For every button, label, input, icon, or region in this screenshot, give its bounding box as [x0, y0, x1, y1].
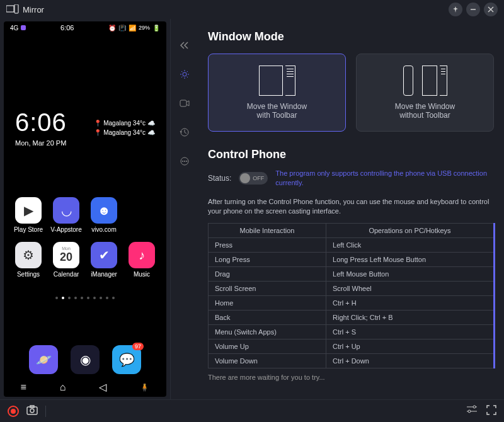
dock-camera[interactable]: ◉ — [71, 345, 100, 374]
control-phone-toggle[interactable]: OFF — [239, 172, 268, 185]
table-row: HomeCtrl + H — [209, 295, 494, 310]
page-indicator — [4, 297, 166, 299]
dock-browser[interactable]: 🪐 — [29, 345, 58, 374]
table-row: DragLeft Mouse Button — [209, 266, 494, 281]
weather-icon: ☁️ — [147, 120, 155, 127]
location-pin-icon: 📍 — [94, 129, 101, 136]
dock-icon: ◉ — [71, 345, 100, 374]
table-row: Menu (Switch Apps)Ctrl + S — [209, 324, 494, 339]
app-vivo-com[interactable]: ☻vivo.com — [87, 197, 121, 233]
record-button[interactable] — [8, 406, 19, 417]
pin-button[interactable] — [449, 3, 462, 16]
side-toolbar — [170, 19, 198, 399]
status-hint: The program only supports controlling th… — [275, 169, 494, 188]
window-toolbar-icon — [259, 66, 295, 96]
phone-navbar: ≡ ⌂ ◁ 🧍 — [4, 381, 166, 393]
col-mobile: Mobile Interaction — [209, 223, 326, 237]
app-icon: ✔ — [91, 242, 117, 268]
minimize-button[interactable] — [466, 3, 480, 16]
app-label: vivo.com — [91, 226, 116, 233]
table-row: Volume DownCtrl + Down — [209, 353, 494, 368]
app-label: Settings — [17, 271, 40, 278]
app-grid: ▶Play Store◡V-Appstore☻vivo.com⚙Settings… — [4, 147, 166, 278]
badge: 97 — [132, 343, 144, 350]
nav-home-icon[interactable]: ⌂ — [60, 382, 66, 393]
app-indicator-icon — [21, 25, 26, 30]
clock-widget: 6:06 Mon, Mar 20 PM 📍Magalang 34°c☁️ 📍Ma… — [4, 33, 166, 147]
nav-menu-icon[interactable]: ≡ — [20, 382, 26, 393]
mode-with-toolbar[interactable]: Move the Window with Toolbar — [208, 54, 346, 132]
svg-point-5 — [183, 72, 186, 76]
phone-statusbar: 4G 6:06 ⏰ 📳 📶 29% 🔋 — [4, 21, 166, 33]
app-icon: ⚙ — [15, 242, 42, 268]
col-pc: Operations on PC/Hotkeys — [326, 223, 494, 237]
phone-mirror-panel: 4G 6:06 ⏰ 📳 📶 29% 🔋 6:06 Mon, Mar 20 PM — [0, 19, 170, 399]
svg-point-10 — [184, 161, 185, 162]
table-scrollbar[interactable] — [493, 223, 495, 368]
table-row: Long PressLong Press Left Mouse Button — [209, 252, 494, 266]
clock-time: 6:06 — [15, 108, 67, 137]
app-icon: Mon20 — [53, 242, 79, 268]
history-tool[interactable] — [176, 123, 193, 141]
app-label: Music — [134, 271, 150, 278]
table-row: PressLeft Click — [209, 237, 494, 252]
app-play-store[interactable]: ▶Play Store — [11, 197, 45, 233]
window-mode-heading: Window Mode — [208, 30, 494, 43]
app-imanager[interactable]: ✔iManager — [87, 242, 121, 278]
app-label: V-Appstore — [50, 226, 81, 233]
record-tool[interactable] — [176, 94, 193, 112]
dock: 🪐◉💬97 — [4, 345, 166, 374]
svg-rect-1 — [14, 4, 18, 13]
table-row: Volume UpCtrl + Up — [209, 339, 494, 353]
phone-screen[interactable]: 4G 6:06 ⏰ 📳 📶 29% 🔋 6:06 Mon, Mar 20 PM — [4, 21, 166, 397]
svg-point-16 — [473, 406, 476, 408]
svg-point-13 — [30, 409, 34, 413]
hotkeys-table: Mobile Interaction Operations on PC/Hotk… — [208, 223, 494, 368]
control-description: After turning on the Control Phone funct… — [208, 197, 494, 217]
more-tool[interactable] — [176, 152, 193, 170]
svg-point-18 — [468, 410, 471, 413]
settings-tool[interactable] — [176, 66, 193, 83]
svg-point-9 — [182, 161, 183, 162]
screenshot-button[interactable] — [26, 405, 38, 418]
dock-messages[interactable]: 💬97 — [112, 345, 141, 374]
adjust-button[interactable] — [466, 405, 478, 418]
control-phone-heading: Control Phone — [208, 148, 494, 161]
nav-back-icon[interactable]: ◁ — [99, 381, 106, 393]
status-label: Status: — [208, 174, 231, 183]
app-settings[interactable]: ⚙Settings — [11, 242, 45, 278]
bottom-toolbar — [0, 399, 504, 422]
battery-pct: 29% — [139, 25, 150, 31]
app-music[interactable]: ♪Music — [125, 242, 159, 278]
nav-accessibility-icon[interactable]: 🧍 — [140, 383, 149, 392]
wifi-icon: 📶 — [129, 25, 136, 31]
dock-icon: 🪐 — [29, 345, 58, 374]
titlebar: Mirror — [0, 0, 504, 19]
app-calendar[interactable]: Mon20Calendar — [49, 242, 83, 278]
fullscreen-button[interactable] — [486, 405, 496, 418]
app-icon: ☻ — [91, 197, 117, 224]
svg-rect-0 — [6, 6, 14, 12]
vibrate-icon: 📳 — [118, 25, 126, 31]
app-icon: ◡ — [53, 197, 79, 224]
app-label: iManager — [91, 271, 117, 278]
mode-without-toolbar[interactable]: Move the Window without Toolbar — [356, 54, 494, 132]
svg-point-11 — [186, 161, 187, 162]
table-row: Scroll ScreenScroll Wheel — [209, 281, 494, 295]
app-v-appstore[interactable]: ◡V-Appstore — [49, 197, 83, 233]
window-no-toolbar-icon — [403, 66, 447, 96]
app-title: Mirror — [23, 5, 44, 14]
settings-content: Window Mode Move the Window with Toolbar… — [198, 19, 504, 399]
close-button[interactable] — [484, 3, 498, 16]
table-row: BackRight Click; Ctrl + B — [209, 310, 494, 324]
alarm-icon: ⏰ — [108, 25, 116, 31]
app-label: Play Store — [14, 226, 43, 233]
separator — [45, 406, 46, 417]
weather-icon: ☁️ — [147, 129, 155, 136]
app-label: Calendar — [54, 271, 79, 278]
battery-icon: 🔋 — [152, 25, 160, 31]
weather-widget: 📍Magalang 34°c☁️ 📍Magalang 34°c☁️ — [94, 120, 155, 136]
collapse-button[interactable] — [176, 37, 193, 54]
try-more-text: There are more waiting for you to try... — [208, 374, 494, 381]
location-pin-icon: 📍 — [94, 120, 101, 127]
